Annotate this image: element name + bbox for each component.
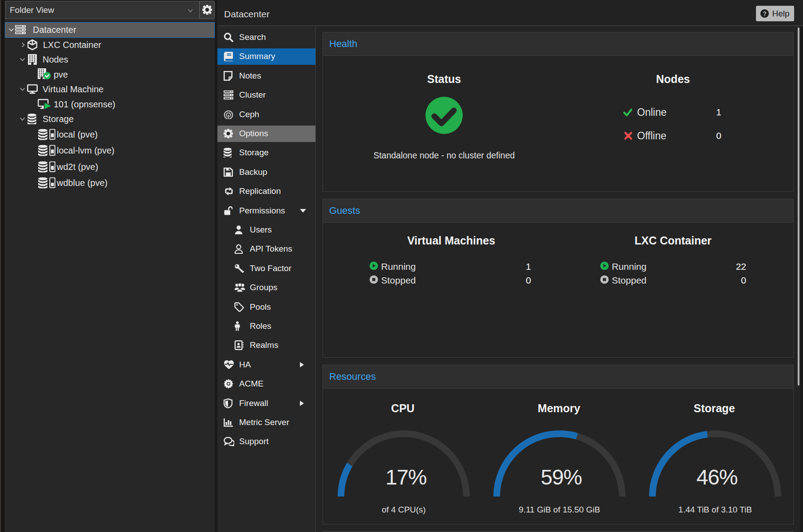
svg-text:?: ?	[763, 10, 767, 17]
